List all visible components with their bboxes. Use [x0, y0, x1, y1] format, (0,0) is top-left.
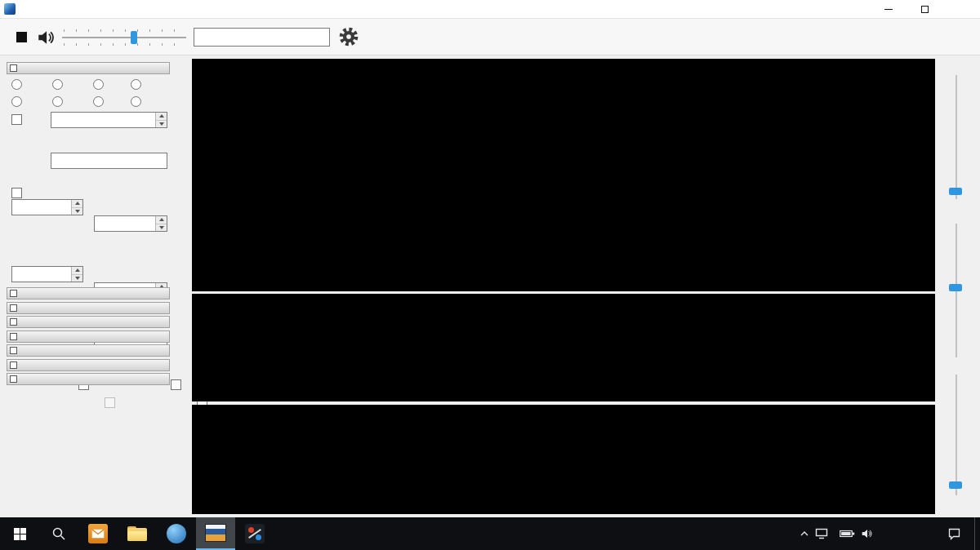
- radio-button[interactable]: [93, 96, 104, 107]
- close-button[interactable]: [943, 0, 980, 18]
- panel-header-audio[interactable]: [7, 287, 170, 299]
- toolbar: [0, 18, 980, 55]
- settings-button[interactable]: [338, 26, 359, 49]
- shift-checkbox[interactable]: [11, 114, 25, 125]
- spinner[interactable]: [155, 113, 167, 127]
- volume-slider[interactable]: [62, 29, 186, 47]
- slider-ticks: [64, 43, 185, 46]
- windows-logo-icon: [14, 528, 26, 540]
- taskbar-app-explorer[interactable]: [118, 517, 157, 550]
- minimize-button[interactable]: [870, 0, 906, 18]
- radio-button[interactable]: [131, 96, 141, 107]
- titlebar: [0, 0, 980, 18]
- search-button[interactable]: [39, 517, 78, 550]
- zoom-slider-thumb[interactable]: [949, 188, 962, 195]
- waterfall-canvas[interactable]: [192, 294, 935, 401]
- panel-header-frequency-manager[interactable]: [7, 373, 170, 385]
- search-icon: [51, 526, 66, 541]
- volume-slider-thumb[interactable]: [131, 31, 137, 44]
- battery-tray-button[interactable]: [840, 530, 855, 538]
- filter-select[interactable]: [51, 153, 167, 169]
- spin-up-icon[interactable]: [72, 267, 82, 275]
- mode-cw[interactable]: [93, 96, 107, 107]
- expand-icon: [10, 361, 17, 369]
- maximize-button[interactable]: [906, 0, 943, 18]
- taskbar-app-sdrsharp-active[interactable]: [196, 517, 235, 550]
- expand-icon: [10, 304, 17, 312]
- chevron-up-icon: [800, 530, 809, 537]
- action-center-icon: [947, 527, 961, 540]
- right-slider-panel: [935, 59, 980, 517]
- taskbar-app-mail[interactable]: [78, 517, 118, 550]
- radio-button[interactable]: [52, 79, 63, 90]
- slider-track[interactable]: [62, 37, 186, 38]
- mode-raw[interactable]: [131, 96, 145, 107]
- zoom-slider-track[interactable]: [956, 75, 957, 199]
- spin-up-icon[interactable]: [72, 200, 82, 208]
- network-icon: [815, 528, 828, 539]
- stop-button[interactable]: [11, 27, 31, 47]
- volume-icon: [861, 528, 874, 539]
- spin-up-icon[interactable]: [156, 113, 167, 121]
- panel-header-noise-blanker[interactable]: [7, 330, 170, 343]
- radio-button[interactable]: [93, 79, 104, 90]
- panel-header-fft-display[interactable]: [7, 316, 170, 328]
- checkbox[interactable]: [11, 188, 22, 198]
- taskbar-app-generic[interactable]: [157, 517, 196, 550]
- speed-slider-track[interactable]: [956, 375, 957, 495]
- sdrsharp-window-icon: [205, 524, 226, 542]
- radio-button[interactable]: [52, 96, 63, 107]
- mode-dsb[interactable]: [52, 96, 66, 107]
- speed-slider-thumb[interactable]: [949, 481, 962, 489]
- sdrsharp-window: [0, 0, 980, 550]
- radio-button[interactable]: [131, 79, 141, 90]
- shift-input[interactable]: [51, 112, 167, 128]
- panel-header-digital-noise-reduction[interactable]: [7, 344, 170, 357]
- squelch-input[interactable]: [11, 266, 83, 282]
- spin-down-icon[interactable]: [156, 224, 167, 232]
- start-button[interactable]: [0, 517, 39, 550]
- radio-button[interactable]: [11, 79, 22, 90]
- contrast-slider-thumb[interactable]: [949, 284, 962, 291]
- mode-lsb[interactable]: [93, 79, 107, 90]
- spinner[interactable]: [71, 267, 82, 282]
- mark-peaks-checkbox[interactable]: [171, 379, 181, 390]
- device-select[interactable]: [194, 28, 330, 47]
- tray-expand-button[interactable]: [800, 530, 809, 537]
- bandwidth-input[interactable]: [11, 199, 83, 215]
- panel-header-recording[interactable]: [7, 359, 170, 371]
- order-input[interactable]: [94, 215, 167, 232]
- zoomed-spectrum-canvas[interactable]: [192, 405, 935, 514]
- mail-app-icon: [88, 524, 108, 543]
- spin-down-icon[interactable]: [72, 275, 82, 282]
- panel-header-radio[interactable]: [7, 62, 170, 74]
- network-tray-button[interactable]: [815, 528, 828, 539]
- minimize-icon: [884, 9, 893, 10]
- spinner[interactable]: [71, 200, 82, 215]
- expand-icon: [10, 290, 17, 297]
- gear-icon: [338, 26, 359, 47]
- mute-button[interactable]: [36, 28, 56, 49]
- spin-up-icon[interactable]: [156, 216, 167, 224]
- mode-am[interactable]: [52, 79, 66, 90]
- rf-spectrum-canvas[interactable]: [192, 59, 935, 291]
- app-icon: [4, 3, 16, 15]
- radio-button[interactable]: [11, 96, 22, 107]
- panel-header-agc[interactable]: [7, 302, 170, 314]
- taskbar-app-sdr-logo[interactable]: [235, 517, 274, 550]
- checkbox[interactable]: [11, 114, 22, 125]
- spin-down-icon[interactable]: [156, 121, 167, 128]
- volume-tray-button[interactable]: [861, 528, 874, 539]
- spin-down-icon[interactable]: [72, 208, 82, 215]
- maximize-icon: [921, 6, 929, 13]
- squelch-checkbox[interactable]: [11, 188, 25, 198]
- mode-wfm[interactable]: [11, 96, 25, 107]
- mode-nfm[interactable]: [11, 79, 25, 90]
- action-center-button[interactable]: [939, 527, 969, 540]
- show-desktop-button[interactable]: [974, 517, 978, 550]
- spinner[interactable]: [155, 216, 167, 231]
- collapse-icon: [10, 64, 17, 72]
- mode-usb[interactable]: [131, 79, 145, 90]
- system-tray: [800, 517, 980, 550]
- expand-icon: [10, 318, 17, 326]
